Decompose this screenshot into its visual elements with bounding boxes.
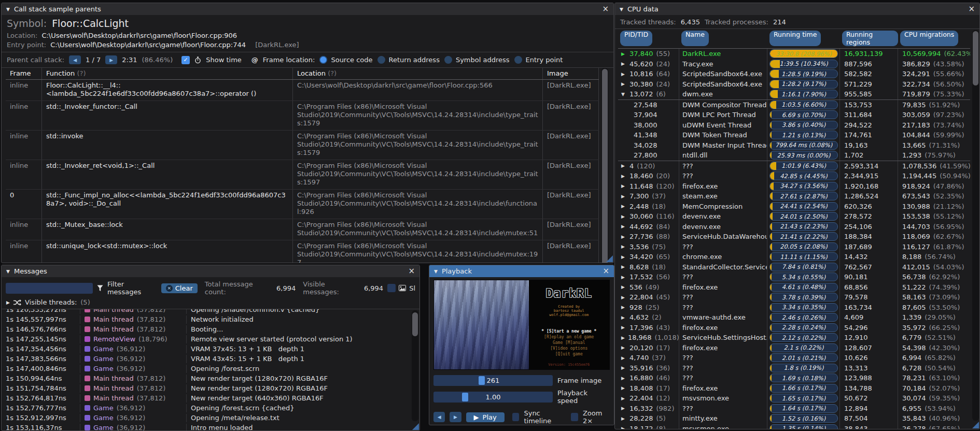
col-running-regions[interactable]: Running regions	[842, 31, 898, 46]
process-row[interactable]: ▶34,420(65)chrome.exe11.11 s (1.15%)14,4…	[618, 252, 970, 262]
process-row[interactable]: ▶16,880(46)???1.69 s (0.18%)123,98878,23…	[618, 373, 970, 383]
process-row[interactable]: ▶18,408(17)firefox.exe1.66 s (0.17%)134,…	[618, 383, 970, 394]
table-row[interactable]: inlinestd::unique_lock<std::mutex>::lock…	[6, 240, 599, 263]
scrollbar-thumb[interactable]	[412, 312, 418, 336]
expand-arrow-icon[interactable]: ▶	[621, 335, 625, 340]
message-row[interactable]: 1s 145,557,997nsMain thread(37,812)Netwo…	[2, 314, 410, 324]
playback-titlebar[interactable]: ▼ Playback ×	[429, 265, 614, 277]
col-image[interactable]: Image	[543, 68, 599, 79]
process-row[interactable]: ▶10,816(64)ScriptedSandbox64.exe1:28.5 (…	[618, 69, 970, 79]
expand-arrow-icon[interactable]: ▼	[621, 92, 626, 97]
collapse-arrow-icon[interactable]: ▼	[6, 269, 10, 274]
message-row[interactable]: 1s 152,912,997nsGame(36,912)Opening /met…	[2, 413, 410, 423]
clear-button[interactable]: × Clear	[161, 283, 198, 293]
filter-input[interactable]	[6, 283, 93, 294]
process-row[interactable]: ▶22,404(12)msvsmon.exe1.65 s (0.17%)50,6…	[618, 393, 970, 404]
expand-arrow-icon[interactable]: ▶	[621, 275, 626, 280]
expand-arrow-icon[interactable]: ▶	[621, 325, 626, 330]
expand-arrow-icon[interactable]: ▶	[621, 365, 626, 370]
process-row[interactable]: ▼13,072(6)dwm.exe1:16.1 (7.90%)955,58571…	[618, 89, 970, 100]
expand-arrow-icon[interactable]: ▶	[621, 224, 626, 229]
process-row[interactable]: ▶30,060(116)devenv.exe24.01 s (2.50%)278…	[618, 211, 970, 222]
process-row[interactable]: ▶7,300(37)steam.exe27.61 s (2.87%)1,286,…	[618, 191, 970, 202]
process-row[interactable]: 38,000uDWM Event Thread3.86 s (0.40%)294…	[618, 120, 970, 131]
process-row[interactable]: ▶17,532(56)???5.34 s (0.55%)90,18156,738…	[618, 272, 970, 282]
prev-callstack-button[interactable]: ◀	[69, 55, 81, 64]
table-row[interactable]: inlinestd::_Mutex_base::lockC:\Program F…	[6, 219, 599, 240]
process-row[interactable]: ▶35,916(36)???1.8 s (0.19%)13,3136,728(5…	[618, 363, 970, 373]
expand-arrow-icon[interactable]: ▶	[621, 163, 626, 168]
expand-arrow-icon[interactable]: ▶	[621, 406, 626, 411]
col-pid-tid[interactable]: PID/TID	[620, 31, 652, 46]
radio-symbol-address[interactable]: Symbol address	[444, 56, 510, 64]
zoom-2x-checkbox[interactable]	[571, 413, 578, 421]
callstack-scrollbar[interactable]	[601, 68, 608, 263]
message-row[interactable]: 1s 147,354,456nsGame(36,912)VRAM 37x45: …	[2, 344, 410, 354]
resize-grip[interactable]	[606, 255, 613, 262]
radio-source-code[interactable]: Source code	[319, 56, 372, 64]
close-icon[interactable]: ×	[603, 267, 609, 275]
message-row[interactable]: 1s 120,333,272nsMain thread(37,812)Openi…	[2, 309, 410, 314]
next-callstack-button[interactable]: ▶	[105, 55, 117, 64]
resize-grip[interactable]	[412, 423, 419, 430]
cpu-scrollbar[interactable]	[972, 30, 979, 421]
process-row[interactable]: 27,800ntdll.dll25.93 ms (0.00%)1,7021,29…	[618, 150, 970, 161]
process-row[interactable]: 37,904DWM LPC Port Thread6.69 s (0.70%)3…	[618, 110, 970, 120]
message-row[interactable]: 1s 147,400,846nsGame(36,912)Opening /for…	[2, 364, 410, 373]
expand-arrow-icon[interactable]: ▶	[621, 71, 626, 77]
expand-arrow-icon[interactable]: ▶	[621, 305, 626, 310]
expand-arrow-icon[interactable]: ▶	[621, 234, 626, 239]
expand-arrow-icon[interactable]: ▶	[621, 385, 626, 391]
table-row[interactable]: inlineFloor::CalcLight::__l4::<lambda_5b…	[6, 80, 599, 101]
expand-arrow-icon[interactable]: ▶	[621, 254, 626, 260]
expand-arrow-icon[interactable]: ▶	[621, 284, 626, 290]
expand-arrow-icon[interactable]: ▶	[621, 51, 626, 56]
playback-speed-slider[interactable]: 1.00	[433, 392, 553, 403]
message-row[interactable]: 1s 151,754,784nsMain thread(37,812)New r…	[2, 383, 410, 393]
expand-arrow-icon[interactable]: ▶	[621, 183, 626, 189]
col-function[interactable]: Function (?)	[42, 68, 293, 79]
close-icon[interactable]: ×	[602, 5, 609, 13]
callstack-titlebar[interactable]: ▼ Call stack sample parents ×	[2, 3, 613, 15]
sync-timeline-checkbox[interactable]	[512, 413, 520, 421]
process-row[interactable]: ▶17,396(43)firefox.exe2.28 s (0.24%)54,2…	[618, 323, 970, 333]
expand-arrow-icon[interactable]: ▶	[621, 204, 626, 209]
close-icon[interactable]: ×	[408, 267, 415, 275]
process-row[interactable]: ▶18,460(20)???42.85 s (4.45%)2,344,9151,…	[618, 171, 970, 181]
expand-arrow-icon[interactable]: ▶	[621, 81, 626, 87]
expand-arrow-icon[interactable]: ▶	[621, 174, 626, 179]
process-row[interactable]: ▶928(25)???3.34 s (0.35%)163,73487,605(5…	[618, 303, 970, 313]
process-row[interactable]: ▶20,120(17)firefox.exe2.1 s (0.22%)128,6…	[618, 343, 970, 353]
show-images-group[interactable]: Sl	[387, 284, 415, 292]
table-row[interactable]: inlinestd::_Invoker_functor::_CallC:\Pro…	[6, 101, 599, 131]
expand-arrow-icon[interactable]: ▶	[621, 194, 626, 199]
table-row[interactable]: 0std::_Func_impl_no_alloc<<lambda_5bc224…	[6, 190, 599, 219]
process-row[interactable]: ▶8,628(18)StandardCollector.Service.e7.8…	[618, 262, 970, 272]
process-row[interactable]: ▶16,332(982)???1.64 s (0.17%)12,8946,955…	[618, 404, 970, 414]
expand-arrow-icon[interactable]: ▶	[621, 295, 626, 300]
expand-arrow-icon[interactable]: ▶	[621, 315, 626, 320]
show-time-checkbox[interactable]: ✓	[181, 56, 190, 64]
process-row[interactable]: ▶4,740(37)???2.01 s (0.21%)10,6266,994(6…	[618, 353, 970, 363]
table-row[interactable]: inlinestd::invokeC:\Program Files (x86)\…	[6, 131, 599, 160]
message-row[interactable]: 1s 152,776,777nsGame(36,912)Opening /for…	[2, 403, 410, 413]
step-back-button[interactable]: ◀	[433, 412, 445, 422]
process-row[interactable]: ▶27,736(88)ServiceHub.DataWarehouse21.41…	[618, 232, 970, 242]
collapse-arrow-icon[interactable]: ▼	[6, 7, 10, 12]
collapse-arrow-icon[interactable]: ▼	[434, 269, 438, 274]
expand-arrow-icon[interactable]: ▶	[621, 214, 626, 219]
expand-arrow-icon[interactable]: ▶	[621, 345, 626, 350]
process-row[interactable]: ▶30,380(24)ScriptedSandbox64.exe1:28.2 (…	[618, 79, 970, 90]
expand-arrow-icon[interactable]: ▶	[621, 376, 626, 381]
process-row[interactable]: ▶18,172(8)msvsmon.exe1.35 s (0.14%)38,84…	[618, 424, 970, 429]
process-row[interactable]: ▶3,536(75)???20.05 s (2.08%)187,689116,1…	[618, 242, 970, 252]
expand-arrow-icon[interactable]: ▶	[621, 264, 626, 269]
scrollbar-thumb[interactable]	[973, 31, 978, 85]
show-images-checkbox[interactable]	[387, 284, 396, 292]
process-row[interactable]: ▶536(49)firefox.exe4.61 s (0.48%)68,8565…	[618, 282, 970, 293]
resize-grip[interactable]	[972, 422, 979, 428]
callstack-table-header[interactable]: Frame Function (?) Location (?) Image	[6, 68, 599, 80]
expand-arrow-icon[interactable]: ▶	[621, 416, 626, 421]
step-forward-button[interactable]: ▶	[450, 412, 461, 422]
frame-image-slider[interactable]: 261	[433, 375, 553, 386]
